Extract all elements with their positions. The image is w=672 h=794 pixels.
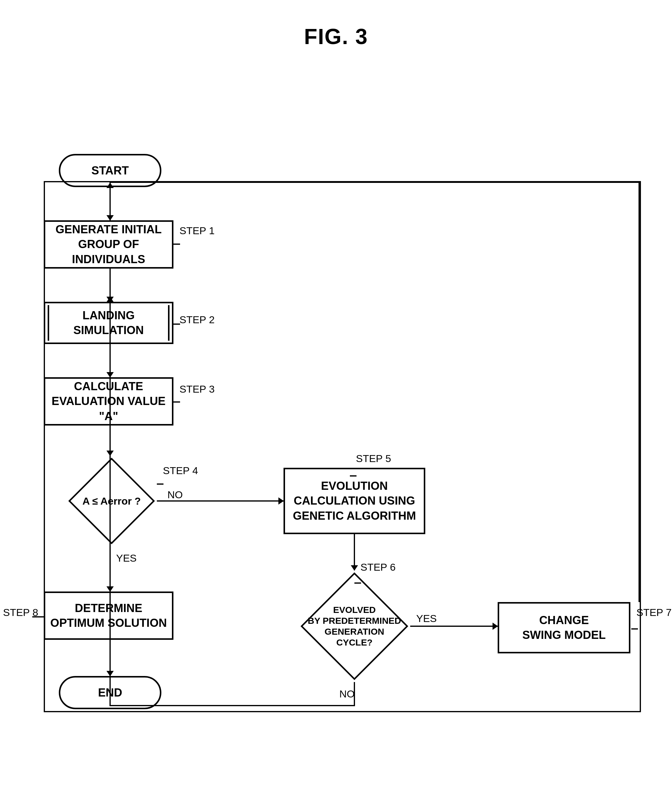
step1-label: STEP 1 [179,225,215,237]
step2-label-line [173,324,180,325]
step6-label: STEP 6 [360,561,396,573]
step5-shape: EVOLUTION CALCULATION USING GENETIC ALGO… [283,468,425,534]
no-label2: NO [339,688,355,700]
arrow-step5-to-step6 [354,534,355,570]
step1-label-line [173,244,180,245]
arrow-loop-down [109,183,111,220]
end-shape: END [59,676,162,709]
flowchart-container: START GENERATE INITIAL GROUP OF INDIVIDU… [0,66,672,791]
yes-label1: YES [116,552,137,564]
arrow-step8-to-end [109,640,111,676]
step4-label-line [157,483,163,484]
step4-label: STEP 4 [163,465,198,476]
step3-label: STEP 3 [179,383,215,395]
step6-diamond: EVOLVEDBY PREDETERMINEDGENERATIONCYCLE? [299,570,410,682]
no-label1: NO [167,489,183,500]
step2-label: STEP 2 [179,314,215,326]
step5-label-line [350,475,357,476]
step5-label: STEP 5 [356,453,391,464]
step6-label-line [354,582,361,584]
page-title: FIG. 3 [0,0,672,49]
step4-diamond: A ≤ Aerror ? [66,456,157,546]
arrow-step4-yes-down [109,546,111,592]
step8-shape: DETERMINE OPTIMUM SOLUTION [44,592,173,640]
step3-shape: CALCULATE EVALUATION VALUE "A" [44,377,173,425]
arrow-step6-yes-h [410,626,498,627]
step7-label: STEP 7 [637,606,672,618]
step3-label-line [173,401,180,403]
step2-shape: LANDING SIMULATION [44,302,173,344]
arrow-loop-top-h [109,182,638,183]
step7-label-line [631,628,638,630]
step8-label-line [32,616,44,618]
yes-label2: YES [416,613,437,624]
arrow-step7-up [638,182,640,602]
step1-shape: GENERATE INITIAL GROUP OF INDIVIDUALS [44,220,173,269]
step7-shape: CHANGE SWING MODEL [498,602,630,653]
